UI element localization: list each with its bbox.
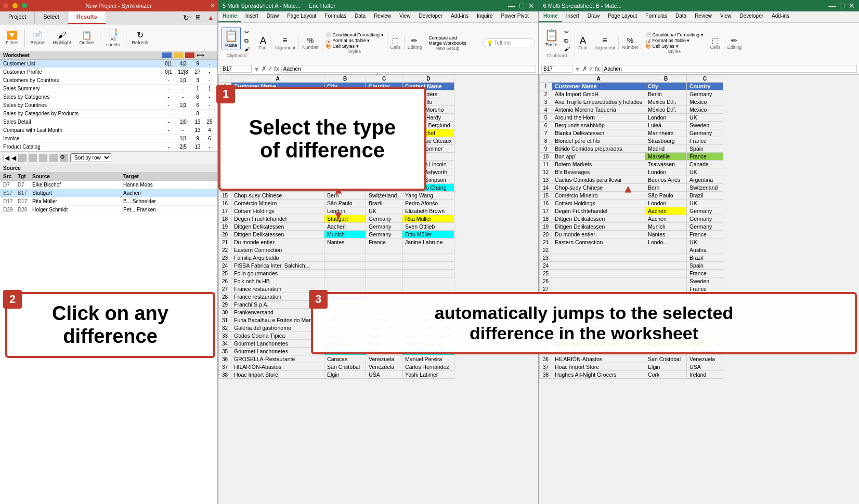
cell-a-19-c[interactable]: Germany	[366, 223, 402, 231]
cell-b-23-a[interactable]	[552, 254, 645, 262]
cell-a-37-c[interactable]: Venezuela	[366, 363, 402, 371]
cell-b-21-b[interactable]: Londo...	[645, 238, 687, 246]
cell-a-22-b[interactable]	[324, 246, 366, 254]
cell-b-3-b[interactable]: México D.F.	[645, 98, 687, 106]
cell-b-18-b[interactable]: Aachen	[645, 215, 687, 223]
cell-b-1-a[interactable]: Customer Name	[552, 83, 645, 90]
cell-b-18-c[interactable]: Germany	[687, 215, 723, 223]
excel-b-tab-developer[interactable]: Developer	[735, 11, 767, 22]
cell-b-17-c[interactable]: Germany	[687, 207, 723, 215]
excel-b-close[interactable]: ✕	[849, 2, 855, 10]
excel-b-tab-home[interactable]: Home	[539, 11, 562, 22]
cell-a-22-c[interactable]	[366, 246, 402, 254]
synk-arrow-icon[interactable]: ▲	[204, 11, 217, 24]
cell-b-26-c[interactable]: Sweden	[687, 277, 723, 285]
cell-b-24-a[interactable]	[552, 262, 645, 270]
expand-dot[interactable]	[22, 3, 27, 8]
all-sheets-btn[interactable]: 📑 Allsheets	[103, 26, 123, 49]
cell-a-17-d[interactable]: Elizabeth Brown	[402, 207, 454, 215]
cell-a-22-a[interactable]: Eastern Connection	[231, 246, 324, 254]
tab-results[interactable]: Results	[68, 11, 106, 24]
refresh-btn[interactable]: ↻ Refresh	[129, 29, 151, 46]
cell-b-8-b[interactable]: Strasbourg	[645, 137, 687, 145]
format-as-table-btn-a[interactable]: 📊 Format as Table ▾	[326, 38, 384, 43]
cell-b-14-c[interactable]: Switzerland	[687, 184, 723, 192]
cut-btn-a[interactable]: ✂	[243, 29, 252, 36]
conditional-formatting-btn-a[interactable]: ⬜ Conditional Formatting ▾	[326, 32, 384, 37]
cell-b-10-a[interactable]: Bon app'	[552, 153, 645, 161]
cell-b-25-c[interactable]: France	[687, 270, 723, 277]
cell-a-23-a[interactable]: Familia Arquibaldo	[231, 254, 324, 262]
ws-row-sales-cat-products[interactable]: Sales by Categories by Products - - 8 -	[0, 110, 217, 118]
cell-a-36-b[interactable]: Caracas	[324, 355, 366, 363]
cell-b-2-b[interactable]: Berlin	[645, 90, 687, 98]
cell-a-37-a[interactable]: HILARIÓN-Abastos	[231, 363, 324, 371]
cell-a-15-b[interactable]: Bern	[324, 192, 366, 200]
nav-sort-icon3[interactable]	[39, 154, 47, 162]
cell-a-32-a[interactable]: Galería del gastrónomo	[231, 324, 324, 332]
cell-a-37-d[interactable]: Carlos Hernández	[402, 363, 454, 371]
excel-b-tab-view[interactable]: View	[716, 11, 736, 22]
cell-a-15-d[interactable]: Yang Wang	[402, 192, 454, 200]
cell-b-17-a[interactable]: Degen Früchtehandel	[552, 207, 645, 215]
cell-b-3-a[interactable]: Ana Trujillo Emparedados y helados	[552, 98, 645, 106]
cell-b-4-c[interactable]: Mexico	[687, 106, 723, 114]
cell-b-5-c[interactable]: UK	[687, 114, 723, 122]
synk-refresh-icon[interactable]: ↻	[180, 11, 192, 24]
excel-b-tab-insert[interactable]: Insert	[562, 11, 583, 22]
cell-a-19-d[interactable]: Sven Ottlieb	[402, 223, 454, 231]
cell-a-24-c[interactable]	[366, 262, 402, 270]
cell-a-38-c[interactable]: USA	[366, 371, 402, 379]
cell-b-20-b[interactable]: Nantes	[645, 231, 687, 238]
close-dot[interactable]	[3, 3, 8, 8]
cell-a-25-d[interactable]	[402, 270, 454, 277]
ws-row-customer-list[interactable]: Customer List 0|1 4|3 9 -	[0, 60, 217, 68]
excel-a-tab-home[interactable]: Home	[218, 11, 241, 22]
cell-b-1-b[interactable]: City	[645, 83, 687, 90]
diff-row-d7[interactable]: D7 D7 Elke Bischof Hanna Moos	[0, 181, 217, 189]
excel-a-tab-developer[interactable]: Developer	[414, 11, 447, 22]
cell-b-25-b[interactable]	[645, 270, 687, 277]
ws-row-sales-categories[interactable]: Sales by Categories - - 6 -	[0, 93, 217, 101]
cell-b-17-b[interactable]: Aachen	[645, 207, 687, 215]
cell-a-36-c[interactable]: Venezuela	[366, 355, 402, 363]
cell-b-23-c[interactable]: Brazil	[687, 254, 723, 262]
cell-b-11-a[interactable]: Botero Markets	[552, 161, 645, 168]
formula-value-box-a[interactable]	[281, 65, 536, 73]
nav-sort-icon1[interactable]	[18, 154, 27, 162]
cell-b-26-a[interactable]	[552, 277, 645, 285]
sort-select[interactable]: Sort by row	[70, 153, 111, 162]
cell-b-26-b[interactable]	[645, 277, 687, 285]
cell-a-21-b[interactable]: Nantes	[324, 238, 366, 246]
cell-b-7-b[interactable]: Mannheim	[645, 129, 687, 137]
cell-b-12-a[interactable]: B's Beverages	[552, 168, 645, 176]
nav-sort-icon4[interactable]	[49, 154, 58, 162]
cell-a-17-b[interactable]: London	[324, 207, 366, 215]
cell-a-25-a[interactable]: Folio gourmandes	[231, 270, 324, 277]
cell-b-25-a[interactable]	[552, 270, 645, 277]
cell-b-8-c[interactable]: France	[687, 137, 723, 145]
tab-select[interactable]: Select	[35, 11, 68, 24]
cell-a-17-c[interactable]: UK	[366, 207, 402, 215]
cell-a-24-b[interactable]	[324, 262, 366, 270]
cell-a-25-c[interactable]	[366, 270, 402, 277]
cell-b-37-c[interactable]: USA	[687, 363, 723, 371]
cell-b-14-b[interactable]: Bern	[645, 184, 687, 192]
cell-b-15-a[interactable]: Comércio Mineiro	[552, 192, 645, 200]
report-btn[interactable]: 📄 Report	[28, 29, 47, 46]
cell-a-23-b[interactable]	[324, 254, 366, 262]
cell-a-15-a[interactable]: Chop-suey Chinese	[231, 192, 324, 200]
cell-a-16-a[interactable]: Comércio Mineiro	[231, 200, 324, 207]
cell-b-21-c[interactable]: UK	[687, 238, 723, 246]
cell-a-25-b[interactable]	[324, 270, 366, 277]
excel-a-maximize[interactable]: □	[519, 2, 524, 10]
cell-b-6-a[interactable]: Berglunds snabbköp	[552, 122, 645, 129]
synk-close-btn[interactable]: ✕	[210, 2, 215, 9]
cell-b-37-a[interactable]: Hoac Import Store	[552, 363, 645, 371]
copy-btn-b[interactable]: ⧉	[563, 37, 571, 45]
excel-a-tab-formulas[interactable]: Formulas	[320, 11, 350, 22]
cell-b-19-c[interactable]: Germany	[687, 223, 723, 231]
cell-b-18-a[interactable]: Dittgen Delikatessen	[552, 215, 645, 223]
cell-b-4-a[interactable]: Antonio Moreno Taquería	[552, 106, 645, 114]
filters-btn[interactable]: 🔽 Filters	[3, 29, 21, 46]
